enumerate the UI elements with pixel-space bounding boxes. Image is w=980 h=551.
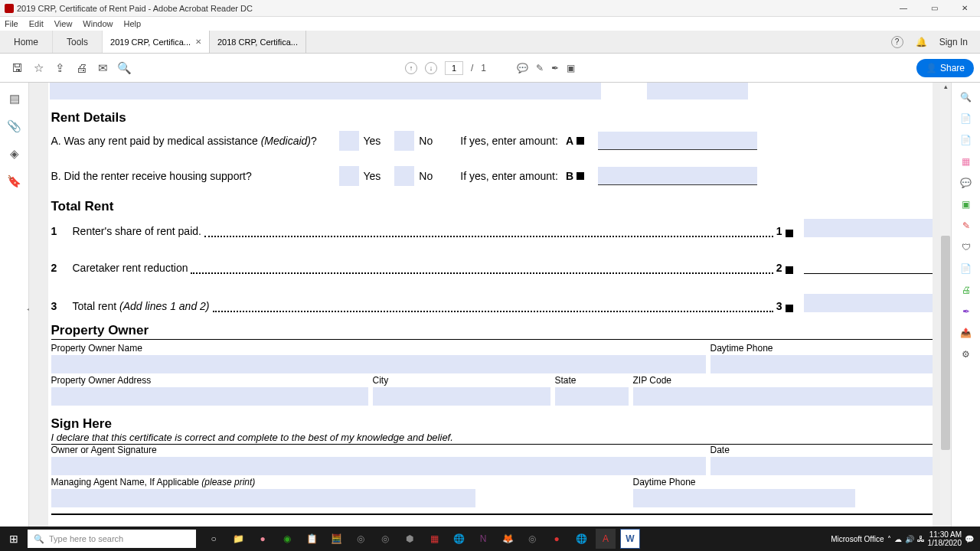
start-button[interactable]: ⊞: [0, 527, 28, 551]
field-owner-name[interactable]: [51, 355, 706, 373]
scroll-thumb[interactable]: [941, 236, 950, 450]
page-number-input[interactable]: [445, 61, 463, 75]
tray-office[interactable]: Microsoft Office: [831, 535, 884, 543]
field-owner-address[interactable]: [51, 387, 368, 406]
stamp-icon[interactable]: ▣: [567, 63, 575, 73]
compress-icon[interactable]: 📄: [959, 262, 973, 276]
field-owner-zip[interactable]: [633, 387, 933, 406]
field-owner-state[interactable]: [555, 387, 629, 406]
field-top-left[interactable]: [50, 83, 601, 99]
field-line3[interactable]: [804, 294, 933, 312]
highlight-icon[interactable]: ✎: [536, 63, 544, 73]
field-line2[interactable]: [804, 257, 933, 274]
export-pdf-icon[interactable]: 📄: [959, 112, 973, 126]
field-owner-city[interactable]: [373, 387, 550, 406]
help-icon[interactable]: ?: [891, 36, 903, 48]
task-acrobat-icon[interactable]: A: [596, 529, 616, 549]
menu-edit[interactable]: Edit: [29, 19, 44, 28]
print-icon[interactable]: 🖨: [70, 57, 92, 79]
task-app8-icon[interactable]: 🌐: [571, 529, 591, 549]
sign-icon[interactable]: ✒: [551, 63, 559, 73]
close-icon[interactable]: ✕: [195, 37, 201, 46]
tray-clock[interactable]: 11:30 AM 1/18/2020: [928, 530, 962, 547]
task-app6-icon[interactable]: ◎: [522, 529, 542, 549]
taskbar-search[interactable]: 🔍 Type here to search: [28, 530, 196, 548]
page-down-icon[interactable]: ↓: [425, 62, 437, 74]
search-icon[interactable]: 🔍: [113, 57, 135, 79]
task-quickbooks-icon[interactable]: ◉: [277, 529, 297, 549]
field-line1[interactable]: [804, 219, 933, 237]
task-onenote-icon[interactable]: N: [473, 529, 493, 549]
task-firefox-icon[interactable]: 🦊: [498, 529, 518, 549]
field-owner-phone[interactable]: [710, 355, 933, 373]
tray-network-icon[interactable]: 🖧: [917, 535, 925, 543]
fill-sign-icon[interactable]: ✒: [959, 305, 973, 318]
comment-tool-icon[interactable]: 💬: [959, 176, 973, 190]
save-icon[interactable]: 🖫: [6, 57, 28, 79]
print-tool-icon[interactable]: 🖨: [959, 283, 973, 297]
bookmark-icon[interactable]: 🔖: [7, 174, 21, 188]
checkbox-b-yes[interactable]: [339, 166, 359, 186]
field-agent-phone[interactable]: [633, 489, 855, 507]
task-explorer-icon[interactable]: 📁: [228, 529, 248, 549]
thumbnails-icon[interactable]: ▤: [9, 92, 20, 106]
send-icon[interactable]: 📤: [959, 326, 973, 340]
protect-icon[interactable]: 🛡: [959, 240, 973, 254]
zoom-icon[interactable]: 🔍: [959, 90, 973, 104]
tab-home[interactable]: Home: [0, 31, 53, 53]
more-tools-icon[interactable]: ⚙: [959, 347, 973, 361]
task-app3-icon[interactable]: ◎: [375, 529, 395, 549]
task-app4-icon[interactable]: ⬢: [400, 529, 420, 549]
task-app2-icon[interactable]: ◎: [351, 529, 371, 549]
minimize-button[interactable]: —: [888, 0, 919, 17]
task-app5-icon[interactable]: ▦: [424, 529, 444, 549]
task-calc-icon[interactable]: 🧮: [326, 529, 346, 549]
tray-notifications-icon[interactable]: 💬: [965, 535, 974, 543]
checkbox-a-yes[interactable]: [339, 131, 359, 151]
tray-chevron-icon[interactable]: ˄: [887, 535, 891, 543]
star-icon[interactable]: ☆: [28, 57, 49, 79]
tray-volume-icon[interactable]: 🔊: [905, 535, 914, 543]
tray-cloud-icon[interactable]: ☁: [894, 535, 902, 543]
combine-icon[interactable]: ▣: [959, 197, 973, 211]
field-top-right[interactable]: [647, 83, 748, 99]
task-edge-icon[interactable]: 🌐: [449, 529, 469, 549]
share-button[interactable]: 👤 Share: [916, 59, 974, 77]
menu-help[interactable]: Help: [123, 19, 141, 28]
field-amount-b[interactable]: [598, 167, 757, 185]
checkbox-b-no[interactable]: [394, 166, 414, 186]
mail-icon[interactable]: ✉: [92, 57, 113, 79]
sign-in-button[interactable]: Sign In: [939, 37, 968, 47]
tab-doc-2018[interactable]: 2018 CRP, Certifica...: [210, 31, 306, 53]
scroll-up-icon[interactable]: ▴: [941, 83, 950, 92]
bell-icon[interactable]: 🔔: [916, 37, 927, 47]
checkbox-a-no[interactable]: [394, 131, 414, 151]
tab-doc-2019[interactable]: 2019 CRP, Certifica... ✕: [103, 31, 210, 53]
organize-icon[interactable]: ✎: [959, 219, 973, 233]
comment-icon[interactable]: 💬: [517, 63, 528, 73]
close-button[interactable]: ✕: [949, 0, 980, 17]
edit-pdf-icon[interactable]: ▦: [959, 155, 973, 168]
document-viewport[interactable]: Rent Details A. Was any rent paid by med…: [29, 83, 951, 548]
field-signature[interactable]: [51, 457, 706, 475]
create-pdf-icon[interactable]: 📄: [959, 133, 973, 147]
maximize-button[interactable]: ▭: [919, 0, 949, 17]
task-notepad-icon[interactable]: 📋: [302, 529, 322, 549]
menu-file[interactable]: File: [5, 19, 18, 28]
menu-view[interactable]: View: [54, 19, 73, 28]
attachment-icon[interactable]: 📎: [7, 119, 21, 133]
scrollbar-vertical[interactable]: ▴ ▾ ⇥: [940, 83, 951, 548]
tab-doc-2018-label: 2018 CRP, Certifica...: [217, 37, 298, 47]
field-date[interactable]: [710, 457, 933, 475]
layers-icon[interactable]: ◈: [10, 147, 19, 161]
tab-tools[interactable]: Tools: [53, 31, 103, 53]
field-agent-name[interactable]: [51, 489, 475, 507]
task-app-icon[interactable]: ●: [253, 529, 273, 549]
task-app7-icon[interactable]: ●: [547, 529, 567, 549]
menu-window[interactable]: Window: [83, 19, 113, 28]
field-amount-a[interactable]: [598, 132, 757, 150]
cortana-icon[interactable]: ○: [204, 529, 224, 549]
page-up-icon[interactable]: ↑: [405, 62, 417, 74]
upload-icon[interactable]: ⇪: [49, 57, 70, 79]
task-word-icon[interactable]: W: [620, 529, 640, 549]
